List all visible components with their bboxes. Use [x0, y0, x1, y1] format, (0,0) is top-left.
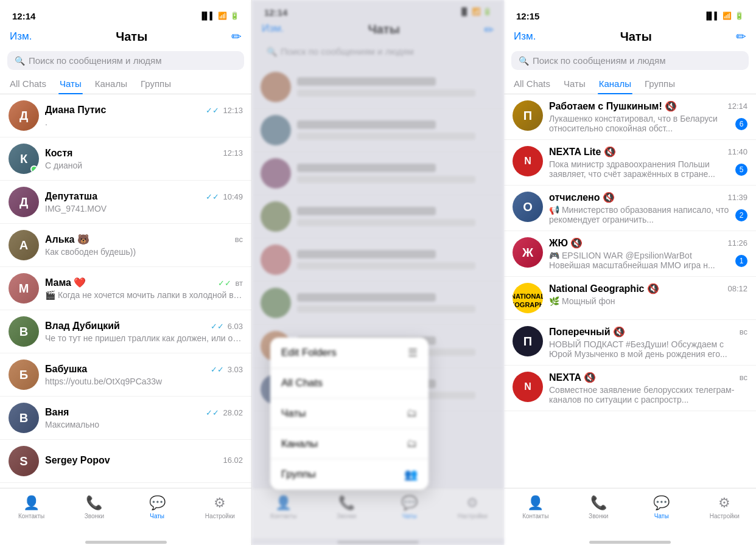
dropdown-chats[interactable]: Чаты 🗂	[270, 398, 429, 429]
right-title: Чаты	[620, 30, 652, 44]
left-tab-channels[interactable]: Каналы	[94, 75, 128, 94]
left-tabbar-chats[interactable]: 💬 Чаты	[126, 488, 189, 526]
check-bab: ✓✓	[211, 365, 224, 374]
chat-content-dep: Депутатша ✓✓10:49 IMG_9741.MOV	[45, 191, 243, 213]
chat-content-vanya: Ваня ✓✓28.02 Максимально	[45, 407, 243, 429]
preview-alka: Как свободен будешь))	[45, 247, 243, 257]
channel-item-pushkin[interactable]: П Работаем с Пушкиным! 🔇 12:14 Лукашенко…	[504, 94, 756, 140]
left-tab-chats[interactable]: Чаты	[58, 75, 83, 94]
signal-icon: ▐▌▌	[199, 12, 215, 20]
badge-nexta: 5	[735, 164, 747, 176]
right-tabbar-calls[interactable]: 📞 Звонки	[567, 488, 631, 526]
check-vanya: ✓✓	[206, 408, 219, 417]
right-tabbar-settings[interactable]: ⚙ Настройки	[693, 488, 757, 526]
chats-icon: 💬	[149, 495, 166, 511]
contacts-icon: 👤	[23, 495, 40, 511]
right-search-bar[interactable]: 🔍 Поиск по сообщениям и людям	[511, 51, 749, 70]
avatar-vanya: В	[9, 403, 39, 433]
channel-item-zhu[interactable]: Ж ЖЮ 🔇 11:26 🎮 EPSILION WAR @EpsilionWar…	[504, 231, 756, 277]
wifi-icon: 📶	[218, 12, 227, 20]
channel-preview-nexta2: Совместное заявление белорусских телегра…	[549, 385, 747, 404]
dropdown-chats-icon: 🗂	[407, 407, 418, 420]
right-tabbar-chats[interactable]: 💬 Чаты	[630, 488, 693, 526]
chat-item-vanya[interactable]: В Ваня ✓✓28.02 Максимально	[0, 397, 251, 440]
dropdown-channels[interactable]: Каналы 🗂	[270, 429, 429, 459]
chat-item-bab[interactable]: Б Бабушка ✓✓3.03 https://youtu.be/OtXq9P…	[0, 353, 251, 397]
left-tabbar-settings[interactable]: ⚙ Настройки	[189, 488, 251, 526]
chat-name-kostya: Костя	[45, 148, 219, 159]
right-tab-groups[interactable]: Группы	[643, 75, 676, 94]
chat-item-dep[interactable]: Д Депутатша ✓✓10:49 IMG_9741.MOV	[0, 181, 251, 224]
channel-item-otch[interactable]: О отчислено 🔇 11:39 📢 Министерство образ…	[504, 186, 756, 231]
dropdown-chats-label: Чаты	[281, 408, 306, 420]
avatar-dep: Д	[9, 187, 39, 217]
preview-mama: 🎬 Когда не хочется мочить лапки в холодн…	[45, 290, 243, 300]
left-status-icons: ▐▌▌ 📶 🔋	[199, 12, 239, 20]
channel-item-natgeo[interactable]: NATIONAL GEOGRAPHIC National Geographic …	[504, 277, 756, 320]
right-channel-list: П Работаем с Пушкиным! 🔇 12:14 Лукашенко…	[504, 94, 756, 488]
avatar-pop: П	[513, 326, 543, 356]
chat-item-vlad[interactable]: В Влад Дубицкий ✓✓6.03 Че то тут не приш…	[0, 310, 251, 353]
channel-item-nexta[interactable]: N NEXTA Lite 🔇 11:40 Пока министр здраво…	[504, 140, 756, 186]
avatar-mama: М	[9, 273, 39, 304]
channel-item-nexta2[interactable]: N NEXTA 🔇 вс Совместное заявление белору…	[504, 366, 756, 411]
right-edit-button[interactable]: Изм.	[514, 30, 536, 43]
time-dep: 10:49	[223, 192, 243, 201]
badge-otch: 2	[735, 209, 747, 221]
right-signal-icon: ▐▌▌	[704, 12, 719, 20]
left-chat-list: Д Диана Путис ✓✓12:13 . К Костя 12:13 С …	[0, 94, 251, 488]
right-status-time: 12:15	[516, 11, 539, 21]
time-kostya: 12:13	[223, 148, 243, 158]
preview-dep: IMG_9741.MOV	[45, 204, 243, 213]
right-tab-allchats[interactable]: All Chats	[513, 75, 551, 94]
left-compose-button[interactable]: ✏	[231, 29, 242, 44]
avatar-zhu: Ж	[513, 237, 543, 268]
channel-preview-pushkin: Лукашенко констатировал, что в Беларуси …	[549, 114, 732, 133]
chat-item-diana[interactable]: Д Диана Путис ✓✓12:13 .	[0, 94, 251, 137]
right-compose-button[interactable]: ✏	[736, 29, 746, 44]
right-battery-icon: 🔋	[735, 12, 744, 20]
right-header: Изм. Чаты ✏	[504, 27, 756, 49]
chat-item-mama[interactable]: М Мама ❤️ ✓✓вт 🎬 Когда не хочется мочить…	[0, 267, 251, 310]
left-search-bar[interactable]: 🔍 Поиск по сообщениям и людям	[7, 51, 244, 70]
right-tab-chats[interactable]: Чаты	[562, 75, 587, 94]
contacts-label: Контакты	[18, 513, 44, 519]
channel-time-pushkin: 12:14	[727, 102, 747, 111]
right-tab-channels[interactable]: Каналы	[598, 75, 632, 94]
channel-preview-pop: НОВЫЙ ПОДКАСТ #БезДуши! Обсуждаем с Юрой…	[549, 339, 747, 359]
channel-item-pop[interactable]: П Поперечный 🔇 вс НОВЫЙ ПОДКАСТ #БезДуши…	[504, 320, 756, 366]
right-calls-label: Звонки	[589, 513, 608, 519]
chat-name-vlad: Влад Дубицкий	[45, 321, 211, 332]
channel-preview-natgeo: 🌿 Мощный фон	[549, 296, 747, 306]
channel-content-nexta2: NEXTA 🔇 вс Совместное заявление белорусс…	[549, 372, 747, 404]
avatar-alka: А	[9, 230, 39, 260]
left-status-time: 12:14	[12, 11, 35, 21]
chat-item-alka[interactable]: А Алька 🐻 вс Как свободен будешь))	[0, 224, 251, 267]
chat-item-kostya[interactable]: К Костя 12:13 С дианой	[0, 137, 251, 181]
chat-content-bab: Бабушка ✓✓3.03 https://youtu.be/OtXq9PCa…	[45, 364, 243, 386]
chat-content-vlad: Влад Дубицкий ✓✓6.03 Че то тут не пришел…	[45, 321, 243, 343]
right-status-icons: ▐▌▌ 📶 🔋	[704, 12, 744, 20]
time-diana: 12:13	[223, 106, 243, 115]
channel-name-natgeo: National Geographic 🔇	[549, 283, 725, 294]
check-diana: ✓✓	[206, 106, 219, 115]
dropdown-edit-folders[interactable]: Edit Folders ☰	[270, 338, 429, 369]
preview-bab: https://youtu.be/OtXq9PCa33w	[45, 377, 243, 386]
chat-content-mama: Мама ❤️ ✓✓вт 🎬 Когда не хочется мочить л…	[45, 277, 243, 300]
edit-folders-icon: ☰	[408, 346, 418, 359]
left-tab-groups[interactable]: Группы	[139, 75, 172, 94]
dropdown-groups[interactable]: Группы 👥	[270, 459, 429, 490]
left-header: Изм. Чаты ✏	[0, 27, 251, 49]
right-tabbar-contacts[interactable]: 👤 Контакты	[504, 488, 567, 526]
avatar-bab: Б	[9, 359, 39, 390]
middle-panel: 12:14 ▐▌ 📶 🔋 Изм. Чаты ✏ 🔍 Поиск по сооб…	[252, 0, 504, 545]
left-tabbar-contacts[interactable]: 👤 Контакты	[0, 488, 63, 526]
dropdown-all-chats[interactable]: All Chats	[270, 369, 429, 398]
dropdown-groups-label: Группы	[281, 468, 316, 481]
channel-time-pop: вс	[740, 327, 747, 336]
left-edit-button[interactable]: Изм.	[10, 30, 32, 43]
right-tabs: All Chats Чаты Каналы Группы	[504, 75, 756, 94]
left-tabbar-calls[interactable]: 📞 Звонки	[63, 488, 125, 526]
chat-item-sergey[interactable]: S Sergey Popov 16.02	[0, 440, 251, 483]
left-tab-allchats[interactable]: All Chats	[9, 75, 47, 94]
